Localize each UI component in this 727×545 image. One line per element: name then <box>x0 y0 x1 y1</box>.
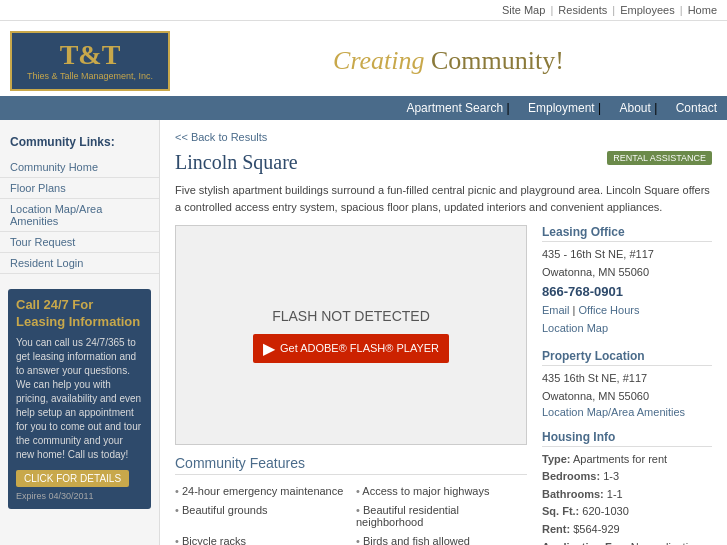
content-wrapper: Community Links: Community Home Floor Pl… <box>0 120 727 545</box>
leasing-address: 435 - 16th St NE, #117 Owatonna, MN 5506… <box>542 246 712 281</box>
call-box: Call 24/7 For Leasing Information You ca… <box>8 289 151 509</box>
property-location-map-link[interactable]: Location Map/Area Amenities <box>542 406 685 418</box>
leasing-phone: 866-768-0901 <box>542 284 712 299</box>
tagline-creating: Creating <box>333 46 424 75</box>
leasing-links: Email | Office Hours Location Map <box>542 302 712 337</box>
email-link[interactable]: Email <box>542 304 570 316</box>
housing-info-title: Housing Info <box>542 430 712 447</box>
nav-bar: Apartment Search | Employment | About | … <box>0 96 727 120</box>
housing-details: Type: Apartments for rent Bedrooms: 1-3 … <box>542 451 712 545</box>
flash-not-detected-text: FLASH NOT DETECTED <box>272 308 430 324</box>
logo-box: T&T Thies & Talle Management, Inc. <box>10 31 170 91</box>
header: T&T Thies & Talle Management, Inc. Creat… <box>0 21 727 96</box>
sidebar-item-location-map[interactable]: Location Map/Area Amenities <box>0 199 159 232</box>
call-body: You can call us 24/7/365 to get leasing … <box>16 336 143 462</box>
housing-info-section: Housing Info Type: Apartments for rent B… <box>542 430 712 545</box>
nav-employment[interactable]: Employment <box>528 101 595 115</box>
feature-item: Access to major highways <box>356 483 527 499</box>
location-map-link[interactable]: Location Map <box>542 322 608 334</box>
sidebar-item-resident-login[interactable]: Resident Login <box>0 253 159 274</box>
sitemap-link[interactable]: Site Map <box>502 4 545 16</box>
property-location-title: Property Location <box>542 349 712 366</box>
logo-tnt: T&T <box>20 41 160 69</box>
sidebar: Community Links: Community Home Floor Pl… <box>0 120 160 545</box>
sidebar-item-community-home[interactable]: Community Home <box>0 157 159 178</box>
feature-item: Bicycle racks <box>175 533 346 545</box>
main-two-col: FLASH NOT DETECTED ▶ Get ADOBE® FLASH® P… <box>175 225 712 545</box>
nav-contact[interactable]: Contact <box>676 101 717 115</box>
nav-about[interactable]: About <box>619 101 650 115</box>
main-left: FLASH NOT DETECTED ▶ Get ADOBE® FLASH® P… <box>175 225 527 545</box>
property-location-section: Property Location 435 16th St NE, #117 O… <box>542 349 712 417</box>
tagline: Creating Community! <box>170 46 717 76</box>
rental-assistance-badge: RENTAL ASSISTANCE <box>607 151 712 165</box>
feature-item: 24-hour emergency maintenance <box>175 483 346 499</box>
leasing-office-title: Leasing Office <box>542 225 712 242</box>
flash-icon: ▶ <box>263 339 275 358</box>
property-title-row: Lincoln Square RENTAL ASSISTANCE <box>175 151 712 174</box>
right-panel: Leasing Office 435 - 16th St NE, #117 Ow… <box>542 225 712 545</box>
sidebar-item-floor-plans[interactable]: Floor Plans <box>0 178 159 199</box>
feature-item: Birds and fish allowed <box>356 533 527 545</box>
logo-area: T&T Thies & Talle Management, Inc. <box>10 31 170 91</box>
features-grid: 24-hour emergency maintenance Access to … <box>175 483 527 545</box>
sidebar-item-tour-request[interactable]: Tour Request <box>0 232 159 253</box>
feature-item: Beautiful grounds <box>175 502 346 530</box>
features-title: Community Features <box>175 455 527 475</box>
leasing-office-section: Leasing Office 435 - 16th St NE, #117 Ow… <box>542 225 712 337</box>
flash-area: FLASH NOT DETECTED ▶ Get ADOBE® FLASH® P… <box>175 225 527 445</box>
get-flash-button[interactable]: ▶ Get ADOBE® FLASH® PLAYER <box>253 334 449 363</box>
expires-text: Expires 04/30/2011 <box>16 491 143 501</box>
logo-sub: Thies & Talle Management, Inc. <box>20 71 160 81</box>
residents-link[interactable]: Residents <box>558 4 607 16</box>
click-for-details-button[interactable]: CLICK FOR DETAILS <box>16 470 129 487</box>
main-content: << Back to Results Lincoln Square RENTAL… <box>160 120 727 545</box>
back-to-results-link[interactable]: << Back to Results <box>175 131 267 143</box>
tagline-rest: Community! <box>425 46 564 75</box>
call-title: Call 24/7 For Leasing Information <box>16 297 143 331</box>
flash-btn-label: Get ADOBE® FLASH® PLAYER <box>280 342 439 354</box>
property-description: Five stylish apartment buildings surroun… <box>175 182 712 215</box>
property-title: Lincoln Square <box>175 151 298 174</box>
office-hours-link[interactable]: Office Hours <box>579 304 640 316</box>
home-link[interactable]: Home <box>688 4 717 16</box>
feature-item: Beautiful residential neighborhood <box>356 502 527 530</box>
sidebar-links-title: Community Links: <box>0 130 159 157</box>
nav-apartment-search[interactable]: Apartment Search <box>406 101 503 115</box>
top-bar: Site Map | Residents | Employees | Home <box>0 0 727 21</box>
employees-link[interactable]: Employees <box>620 4 674 16</box>
property-address: 435 16th St NE, #117 Owatonna, MN 55060 <box>542 370 712 405</box>
